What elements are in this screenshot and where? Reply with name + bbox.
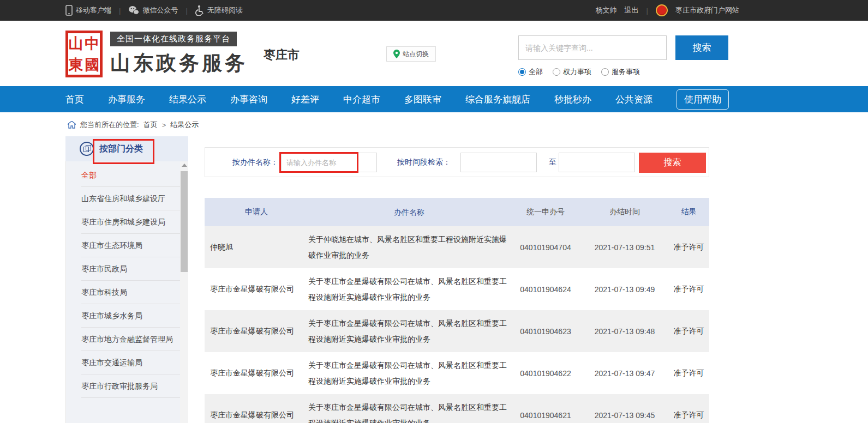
separator: | <box>185 7 187 15</box>
main-content: 按办件名称： 按时间段检索： 至 搜索 申请人 办件名称 统一申办号 办结时间 … <box>205 0 709 423</box>
filter-time-label: 按时间段检索： <box>397 158 451 167</box>
header-finish-time: 办结时间 <box>581 207 668 217</box>
filter-to-label: 至 <box>549 158 556 167</box>
accessibility-icon <box>195 5 204 16</box>
scrollbar-thumb[interactable] <box>181 171 188 272</box>
table-row[interactable]: 枣庄市金星爆破有限公司 关于枣庄市金星爆破有限公司在城市、风景名胜区和重要工程设… <box>205 352 709 394</box>
department-list: 全部 山东省住房和城乡建设厅 枣庄市住房和城乡建设局 枣庄市生态环境局 枣庄市民… <box>65 161 188 423</box>
scroll-up-icon[interactable] <box>182 164 187 167</box>
case-id-cell: 040101904621 <box>510 411 581 420</box>
seal-char: 山 <box>68 33 84 54</box>
case-name-cell: 关于枣庄市金星爆破有限公司在城市、风景名胜区和重要工程设施附近实施爆破作业审批的… <box>308 274 510 305</box>
shandong-seal-icon: 山 中 東 國 <box>65 31 103 77</box>
result-cell: 准予许可 <box>668 285 709 294</box>
applicant-cell: 枣庄市金星爆破有限公司 <box>205 410 308 420</box>
applicant-cell: 枣庄市金星爆破有限公司 <box>205 285 308 294</box>
breadcrumb-separator: > <box>162 121 166 129</box>
category-icon <box>80 142 94 156</box>
filter-search-button[interactable]: 搜索 <box>639 153 706 173</box>
seal-char: 東 <box>68 54 84 75</box>
breadcrumb-home[interactable]: 首页 <box>143 120 158 130</box>
result-cell: 准予许可 <box>668 368 709 378</box>
case-name-cell: 关于枣庄市金星爆破有限公司在城市、风景名胜区和重要工程设施附近实施爆破作业审批的… <box>308 316 510 347</box>
mobile-client-label: 移动客户端 <box>76 5 111 15</box>
nav-item[interactable]: 结果公示 <box>169 93 206 106</box>
home-icon <box>68 121 76 129</box>
case-name-cell: 关于仲晓旭在城市、风景名胜区和重要工程设施附近实施爆破作业审批的业务 <box>308 232 510 263</box>
sidebar-title: 按部门分类 <box>99 143 143 155</box>
table-row[interactable]: 枣庄市金星爆破有限公司 关于枣庄市金星爆破有限公司在城市、风景名胜区和重要工程设… <box>205 310 709 352</box>
seal-char: 國 <box>84 54 100 75</box>
header-case-name: 办件名称 <box>308 204 510 220</box>
finish-time-cell: 2021-07-13 09:45 <box>581 411 668 420</box>
department-item[interactable]: 枣庄市行政审批服务局 <box>81 374 180 398</box>
breadcrumb-current: 结果公示 <box>170 120 199 130</box>
department-item[interactable]: 枣庄市科技局 <box>81 281 180 304</box>
finish-time-cell: 2021-07-13 09:49 <box>581 285 668 294</box>
time-to-input[interactable] <box>559 153 635 172</box>
sidebar-scrollbar[interactable] <box>180 161 188 423</box>
sidebar-header: 按部门分类 <box>65 136 188 161</box>
department-item[interactable]: 枣庄市生态环境局 <box>81 234 180 257</box>
department-item[interactable]: 枣庄市民政局 <box>81 257 180 281</box>
case-id-cell: 040101904623 <box>510 327 581 336</box>
results-table: 申请人 办件名称 统一申办号 办结时间 结果 仲晓旭 关于仲晓旭在城市、风景名胜… <box>205 198 709 423</box>
finish-time-cell: 2021-07-13 09:51 <box>581 243 668 252</box>
wechat-label: 微信公众号 <box>142 5 178 15</box>
time-from-input[interactable] <box>460 153 537 172</box>
nav-item[interactable]: 办事服务 <box>108 93 145 106</box>
finish-time-cell: 2021-07-13 09:48 <box>581 327 668 336</box>
table-header-row: 申请人 办件名称 统一申办号 办结时间 结果 <box>205 198 709 226</box>
case-name-cell: 关于枣庄市金星爆破有限公司在城市、风景名胜区和重要工程设施附近实施爆破作业审批的… <box>308 358 510 389</box>
department-sidebar: 按部门分类 全部 山东省住房和城乡建设厅 枣庄市住房和城乡建设局 枣庄市生态环境… <box>65 136 188 423</box>
finish-time-cell: 2021-07-13 09:47 <box>581 369 668 378</box>
breadcrumb-prefix: 您当前所在的位置: <box>80 120 139 130</box>
mobile-icon <box>65 5 73 16</box>
filter-name-label: 按办件名称： <box>232 158 278 167</box>
mobile-client-link[interactable]: 移动客户端 <box>65 5 111 16</box>
case-id-cell: 040101904622 <box>510 369 581 378</box>
seal-char: 中 <box>84 33 100 54</box>
nav-item[interactable]: 首页 <box>65 93 84 106</box>
wechat-icon <box>128 5 139 15</box>
case-id-cell: 040101904704 <box>510 243 581 252</box>
result-cell: 准予许可 <box>668 327 709 336</box>
table-row[interactable]: 仲晓旭 关于仲晓旭在城市、风景名胜区和重要工程设施附近实施爆破作业审批的业务 0… <box>205 226 709 268</box>
header-case-id: 统一申办号 <box>510 207 581 217</box>
result-cell: 准予许可 <box>668 410 709 420</box>
breadcrumb: 您当前所在的位置: 首页 > 结果公示 <box>68 120 199 130</box>
department-item[interactable]: 全部 <box>81 164 180 187</box>
applicant-cell: 枣庄市金星爆破有限公司 <box>205 327 308 336</box>
department-item[interactable]: 枣庄市地方金融监督管理局 <box>81 328 180 351</box>
page: 移动客户端 | 微信公众号 | 无障碍阅读 杨文帅 退出 | 枣庄市政府门户网站 <box>0 0 868 423</box>
department-item[interactable]: 枣庄市交通运输局 <box>81 351 180 374</box>
wechat-link[interactable]: 微信公众号 <box>128 5 178 15</box>
department-item[interactable]: 山东省住房和城乡建设厅 <box>81 187 180 210</box>
table-row[interactable]: 枣庄市金星爆破有限公司 关于枣庄市金星爆破有限公司在城市、风景名胜区和重要工程设… <box>205 394 709 423</box>
applicant-cell: 仲晓旭 <box>205 243 308 252</box>
department-item[interactable]: 枣庄市城乡水务局 <box>81 304 180 328</box>
department-item[interactable]: 枣庄市住房和城乡建设局 <box>81 210 180 234</box>
filter-bar: 按办件名称： 按时间段检索： 至 搜索 <box>205 147 709 177</box>
applicant-cell: 枣庄市金星爆破有限公司 <box>205 368 308 378</box>
header-applicant: 申请人 <box>205 207 308 217</box>
header-result: 结果 <box>668 207 709 217</box>
separator: | <box>119 7 121 15</box>
table-row[interactable]: 枣庄市金星爆破有限公司 关于枣庄市金星爆破有限公司在城市、风景名胜区和重要工程设… <box>205 268 709 310</box>
case-id-cell: 040101904624 <box>510 285 581 294</box>
case-name-cell: 关于枣庄市金星爆破有限公司在城市、风景名胜区和重要工程设施附近实施爆破作业审批的… <box>308 400 510 423</box>
result-cell: 准予许可 <box>668 243 709 252</box>
case-name-input[interactable] <box>282 153 377 172</box>
table-body: 仲晓旭 关于仲晓旭在城市、风景名胜区和重要工程设施附近实施爆破作业审批的业务 0… <box>205 226 709 423</box>
